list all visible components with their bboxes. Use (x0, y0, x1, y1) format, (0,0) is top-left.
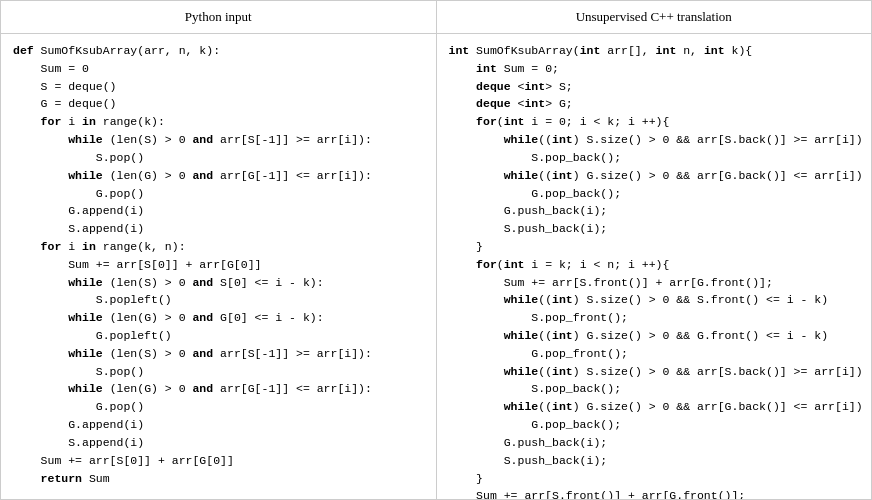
cpp-line: while((int) S.size() > 0 && arr[S.back()… (449, 131, 860, 149)
python-line: while (len(G) > 0 and G[0] <= i - k): (13, 309, 424, 327)
python-line: S.pop() (13, 363, 424, 381)
cpp-panel: int SumOfKsubArray(int arr[], int n, int… (437, 34, 872, 499)
python-panel: def SumOfKsubArray(arr, n, k): Sum = 0 S… (1, 34, 437, 499)
header-row: Python input Unsupervised C++ translatio… (1, 1, 871, 34)
python-line: S.append(i) (13, 434, 424, 452)
python-line: Sum = 0 (13, 60, 424, 78)
cpp-line: S.push_back(i); (449, 452, 860, 470)
python-line: while (len(S) > 0 and arr[S[-1]] >= arr[… (13, 345, 424, 363)
cpp-line: G.push_back(i); (449, 434, 860, 452)
cpp-line: S.push_back(i); (449, 220, 860, 238)
cpp-line: } (449, 238, 860, 256)
python-line: G.popleft() (13, 327, 424, 345)
python-line: while (len(G) > 0 and arr[G[-1]] <= arr[… (13, 167, 424, 185)
python-line: while (len(S) > 0 and S[0] <= i - k): (13, 274, 424, 292)
python-line: G.pop() (13, 398, 424, 416)
python-line: G = deque() (13, 95, 424, 113)
python-line: S.append(i) (13, 220, 424, 238)
main-container: Python input Unsupervised C++ translatio… (0, 0, 872, 500)
cpp-line: G.push_back(i); (449, 202, 860, 220)
cpp-line: Sum += arr[S.front()] + arr[G.front()]; (449, 274, 860, 292)
cpp-line: S.pop_back(); (449, 149, 860, 167)
cpp-line: G.pop_back(); (449, 416, 860, 434)
cpp-line: G.pop_back(); (449, 185, 860, 203)
cpp-line: deque <int> S; (449, 78, 860, 96)
cpp-line: while((int) G.size() > 0 && arr[G.back()… (449, 167, 860, 185)
python-line: S.popleft() (13, 291, 424, 309)
cpp-line: for(int i = 0; i < k; i ++){ (449, 113, 860, 131)
cpp-line: Sum += arr[S.front()] + arr[G.front()]; (449, 487, 860, 499)
python-line: while (len(G) > 0 and arr[G[-1]] <= arr[… (13, 380, 424, 398)
python-line: def SumOfKsubArray(arr, n, k): (13, 42, 424, 60)
python-line: while (len(S) > 0 and arr[S[-1]] >= arr[… (13, 131, 424, 149)
python-line: S.pop() (13, 149, 424, 167)
cpp-line: deque <int> G; (449, 95, 860, 113)
cpp-line: S.pop_back(); (449, 380, 860, 398)
python-line: G.pop() (13, 185, 424, 203)
cpp-line: int SumOfKsubArray(int arr[], int n, int… (449, 42, 860, 60)
cpp-line: for(int i = k; i < n; i ++){ (449, 256, 860, 274)
cpp-line: } (449, 470, 860, 488)
cpp-line: while((int) G.size() > 0 && arr[G.back()… (449, 398, 860, 416)
cpp-line: int Sum = 0; (449, 60, 860, 78)
cpp-header: Unsupervised C++ translation (437, 1, 872, 33)
python-line: Sum += arr[S[0]] + arr[G[0]] (13, 452, 424, 470)
python-line: G.append(i) (13, 416, 424, 434)
python-line: for i in range(k): (13, 113, 424, 131)
python-line: G.append(i) (13, 202, 424, 220)
python-header: Python input (1, 1, 437, 33)
python-line: Sum += arr[S[0]] + arr[G[0]] (13, 256, 424, 274)
python-line: return Sum (13, 470, 424, 488)
cpp-code: int SumOfKsubArray(int arr[], int n, int… (449, 42, 860, 499)
python-line: S = deque() (13, 78, 424, 96)
python-code: def SumOfKsubArray(arr, n, k): Sum = 0 S… (13, 42, 424, 487)
cpp-line: while((int) S.size() > 0 && S.front() <=… (449, 291, 860, 309)
cpp-line: while((int) G.size() > 0 && G.front() <=… (449, 327, 860, 345)
cpp-line: while((int) S.size() > 0 && arr[S.back()… (449, 363, 860, 381)
content-area: def SumOfKsubArray(arr, n, k): Sum = 0 S… (1, 34, 871, 499)
cpp-line: S.pop_front(); (449, 309, 860, 327)
python-line: for i in range(k, n): (13, 238, 424, 256)
cpp-line: G.pop_front(); (449, 345, 860, 363)
